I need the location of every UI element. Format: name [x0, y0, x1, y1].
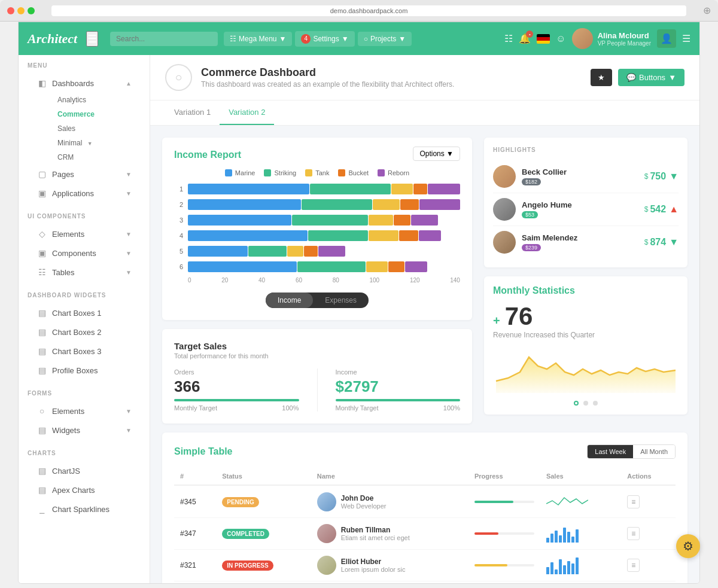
highlights-title: HIGHLIGHTS — [493, 147, 679, 153]
chevron-form-elements-icon: ▼ — [126, 408, 132, 415]
charts-section-title: CHARTS — [28, 450, 141, 456]
sidebar-item-chart-sparklines[interactable]: ⎯ Chart Sparklines — [28, 499, 141, 519]
sidebar-item-form-elements[interactable]: ○ Elements ▼ — [28, 401, 141, 421]
bell-icon-button[interactable]: 🔔 • — [519, 33, 531, 44]
sidebar-item-dashboards[interactable]: ◧ Dashboards ▲ — [28, 74, 141, 93]
profile-boxes-icon: ▤ — [36, 365, 47, 376]
chartjs-icon: ▤ — [36, 465, 47, 476]
flag-icon — [537, 34, 550, 44]
smiley-icon-button[interactable]: ☺ — [556, 33, 565, 44]
options-button[interactable]: Options ▼ — [413, 147, 460, 161]
menu-section-title: MENU — [28, 62, 141, 69]
chevron-icon: ▲ — [126, 80, 132, 87]
beck-avatar — [493, 165, 516, 188]
widgets-icon: ▤ — [36, 425, 47, 435]
filter-last-week-btn[interactable]: Last Week — [588, 445, 633, 458]
status-badge: PENDING — [222, 497, 259, 507]
chart-dot-2[interactable] — [583, 401, 588, 406]
sidebar-item-components[interactable]: ▣ Components ▼ — [28, 243, 141, 263]
sidebar-item-widgets[interactable]: ▤ Widgets ▼ — [28, 421, 141, 440]
page-header: ○ Commerce Dashboard This dashboard was … — [150, 55, 699, 100]
sidebar-item-sales[interactable]: Sales — [48, 121, 141, 136]
income-report-card: Options ▼ Income Report Marine Striking … — [162, 138, 472, 320]
sidebar-item-crm[interactable]: CRM — [48, 150, 141, 164]
simple-table-card: Simple Table Last Week All Month # Statu… — [162, 432, 687, 583]
row-action-btn[interactable]: ≡ — [627, 527, 640, 540]
apex-charts-icon: ▤ — [36, 485, 47, 495]
chevron-tables-icon: ▼ — [126, 269, 132, 276]
chevron-pages-icon: ▼ — [126, 171, 132, 178]
chevron-apps-icon: ▼ — [126, 190, 132, 197]
row-name-info: Ruben Tillman Etiam sit amet orci eget — [341, 526, 410, 541]
highlight-item: Saim Melendez $239 $ 874 ▼ — [493, 226, 679, 258]
nav-menu-button[interactable]: ☰ — [682, 33, 690, 44]
sidebar-item-minimal[interactable]: Minimal ▼ — [48, 136, 141, 150]
highlight-item: Beck Collier $182 $ 750 ▼ — [493, 160, 679, 193]
progress-bar — [474, 501, 534, 503]
user-avatar[interactable] — [572, 28, 593, 49]
user-info-text: Alina Mclourd VP People Manager — [598, 31, 651, 47]
row-id: #55 — [174, 581, 216, 584]
grid-icon-button[interactable]: ☷ — [504, 33, 513, 44]
chart-boxes-1-icon: ▤ — [36, 307, 47, 318]
page-title-group: Commerce Dashboard This dashboard was cr… — [201, 66, 454, 89]
beck-info: Beck Collier $182 — [522, 167, 644, 185]
expenses-toggle-btn[interactable]: Expenses — [313, 293, 369, 308]
ui-components-title: UI COMPONENTS — [28, 213, 141, 220]
sidebar-item-chart-boxes-1[interactable]: ▤ Chart Boxes 1 — [28, 303, 141, 322]
browser-url: demo.dashboardpack.com — [51, 5, 686, 16]
chart-dot-1[interactable] — [574, 401, 579, 406]
sidebar-item-applications[interactable]: ▣ Applications ▼ — [28, 184, 141, 203]
top-nav: Architect ☰ ☷ Mega Menu ▼ 4 Settings ▼ ○… — [19, 22, 699, 55]
col-header-sales: Sales — [540, 468, 621, 485]
sidebar-item-apex-charts[interactable]: ▤ Apex Charts — [28, 480, 141, 499]
col-header-actions: Actions — [621, 468, 676, 485]
sidebar-item-chart-boxes-3[interactable]: ▤ Chart Boxes 3 — [28, 342, 141, 361]
highlight-item: Angelo Hume $53 $ 542 ▲ — [493, 193, 679, 226]
monthly-subtitle: Revenue Increased this Quarter — [493, 331, 679, 339]
main-content: ○ Commerce Dashboard This dashboard was … — [150, 55, 699, 583]
nav-search-input[interactable] — [110, 32, 218, 46]
row-name-info: Elliot Huber Lorem ipsum dolor sic — [341, 557, 406, 573]
tab-variation1[interactable]: Variation 1 — [165, 100, 220, 125]
tab-variation2[interactable]: Variation 2 — [220, 100, 274, 125]
nav-hamburger-button[interactable]: ☰ — [86, 31, 98, 47]
table-row: #345 PENDING John Doe Web Developer — [174, 485, 676, 518]
chart-dot-3[interactable] — [593, 401, 598, 406]
saim-arrow-icon: ▼ — [669, 237, 679, 248]
buttons-dropdown[interactable]: 💬 Buttons ▼ — [618, 69, 684, 86]
target-sales-card: Target Sales Total performance for this … — [162, 329, 472, 424]
sidebar-item-tables[interactable]: ☷ Tables ▼ — [28, 263, 141, 282]
settings-button[interactable]: 4 Settings ▼ — [295, 31, 354, 47]
sidebar-item-chart-boxes-2[interactable]: ▤ Chart Boxes 2 — [28, 322, 141, 342]
mega-menu-button[interactable]: ☷ Mega Menu ▼ — [224, 32, 292, 46]
sidebar-item-analytics[interactable]: Analytics — [48, 93, 141, 107]
row-action-btn[interactable]: ≡ — [627, 559, 640, 572]
projects-button[interactable]: ○ Projects ▼ — [358, 32, 412, 46]
status-badge: IN PROGRESS — [222, 560, 273, 571]
star-button[interactable]: ★ — [591, 69, 612, 86]
user-icon-button[interactable]: 👤 — [657, 29, 676, 48]
sidebar-item-pages[interactable]: ▢ Pages ▼ — [28, 164, 141, 184]
floating-gear-button[interactable]: ⚙ — [676, 534, 700, 558]
sidebar-item-elements[interactable]: ◇ Elements ▼ — [28, 224, 141, 243]
row-avatar — [317, 492, 336, 511]
chart-boxes-3-icon: ▤ — [36, 346, 47, 357]
col-header-name: Name — [311, 468, 468, 485]
monthly-stats-card: Monthly Statistics + 76 Revenue Increase… — [484, 276, 687, 415]
chart-xaxis: 020406080100120140 — [174, 277, 460, 284]
sidebar-item-chartjs[interactable]: ▤ ChartJS — [28, 461, 141, 480]
chevron-widgets-icon: ▼ — [126, 427, 132, 434]
row-name-info: John Doe Web Developer — [341, 494, 387, 510]
monthly-value: 76 — [505, 302, 533, 331]
applications-icon: ▣ — [36, 188, 47, 199]
monthly-prefix: + — [493, 314, 500, 328]
filter-all-month-btn[interactable]: All Month — [633, 445, 675, 458]
income-toggle-btn[interactable]: Income — [266, 293, 313, 308]
sidebar-item-profile-boxes[interactable]: ▤ Profile Boxes — [28, 361, 141, 380]
row-action-btn[interactable]: ≡ — [627, 495, 640, 508]
progress-bar — [474, 564, 534, 566]
angelo-avatar — [493, 198, 516, 221]
sidebar-item-commerce[interactable]: Commerce — [48, 107, 141, 121]
bar-chart: 1 2 — [174, 184, 460, 284]
